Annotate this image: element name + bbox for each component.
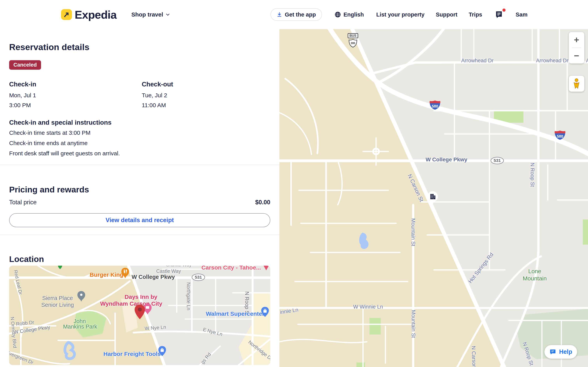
marker-burger-king[interactable] [121, 267, 130, 279]
poi-burger-king: Burger King [90, 271, 123, 278]
support-link[interactable]: Support [436, 11, 457, 18]
street-arrowhead-dr-3: Arrowhead Dr [586, 58, 588, 64]
poi-sierra-place-1: Sierra Place [42, 295, 73, 301]
total-price-row: Total price $0.00 [9, 199, 270, 206]
instruction-line: Check-in time starts at 3:00 PM [9, 129, 270, 137]
zoom-in-button[interactable]: + [569, 32, 584, 48]
map-shape [583, 219, 588, 245]
language-button[interactable]: English [333, 11, 365, 18]
marker-park-green [58, 266, 62, 270]
map-shape [278, 13, 281, 15]
shield-531-mini: 531 [192, 274, 205, 281]
instructions-title: Check-in and special instructions [9, 119, 270, 126]
header-nav: Get the app English List your property S… [270, 8, 527, 21]
map-shape [263, 310, 267, 313]
street-w-college-pkwy-top: W College Pkwy [132, 274, 175, 280]
street-n-roop-st-1: N Roop St [529, 163, 535, 187]
pegman-icon [573, 78, 580, 89]
map-shape [496, 11, 502, 18]
help-label: Help [559, 348, 572, 355]
map-shape [430, 194, 434, 199]
chat-icon [495, 10, 503, 19]
shop-travel-menu[interactable]: Shop travel [130, 11, 171, 18]
poi-john-mankins-park-2: Mankins Park [63, 324, 97, 330]
total-price-label: Total price [9, 199, 36, 206]
map-shape [575, 79, 578, 82]
help-button[interactable]: Help [545, 345, 577, 359]
poi-sierra-place-2: Senior Living [41, 302, 74, 308]
poi-carson-city-tahoe: Carson City - Tahoe... [201, 266, 261, 271]
map-shape [356, 363, 365, 367]
map[interactable]: Arrowhead DrArrowhead DrArrowhead DrW Co… [279, 29, 588, 367]
status-badge: Canceled [9, 60, 41, 70]
street-w-college-pkwy: W College Pkwy [426, 157, 467, 163]
map-shape [161, 349, 164, 352]
instruction-line: Check-in time ends at anytime [9, 139, 270, 147]
map-shape [146, 306, 149, 309]
reservation-panel: Reservation details Canceled Check-in Mo… [0, 29, 279, 367]
checkin-label: Check-in [9, 80, 142, 88]
globe-icon [334, 11, 341, 18]
map-shape: 580 [557, 134, 563, 138]
poi-days-inn-2: Wyndham Carson City [100, 300, 162, 307]
account-button[interactable]: Sam [516, 11, 527, 18]
map-shape: 580 [432, 104, 438, 108]
marker-destination-pin[interactable] [134, 304, 146, 320]
view-details-receipt-button[interactable]: View details and receipt [9, 213, 270, 227]
shield-bus-395: BUS395 [348, 33, 358, 48]
page-title: Reservation details [9, 42, 270, 52]
map-shape [431, 196, 432, 197]
help-chat-icon [549, 348, 556, 355]
location-title: Location [9, 254, 270, 264]
zoom-out-button[interactable]: − [569, 48, 584, 64]
map-shape [64, 16, 65, 17]
shield-i580-2: 580 [554, 130, 566, 141]
street-view-pegman[interactable] [569, 76, 584, 92]
instruction-line: Front desk staff will greet guests on ar… [9, 150, 270, 157]
trips-link[interactable]: Trips [469, 11, 482, 18]
checkin-time: 3:00 PM [9, 101, 142, 109]
shield-531: 531 [491, 157, 504, 164]
pricing-title: Pricing and rewards [9, 184, 270, 195]
map-shape [138, 307, 142, 311]
chevron-down-icon [165, 12, 170, 17]
map-shape [432, 196, 433, 197]
marker-carson-city-drop[interactable] [263, 266, 269, 271]
map-shape [78, 291, 85, 301]
street-mountain-st-2: Mountain St [410, 310, 416, 338]
messages-button[interactable] [493, 10, 504, 19]
map-shape [121, 268, 129, 278]
shop-travel-label: Shop travel [131, 11, 163, 18]
brand-name: Expedia [75, 8, 116, 21]
street-castle-way: Castle Way [156, 268, 181, 274]
street-arrowhead-dr-2: Arrowhead Dr [536, 58, 569, 64]
map-shape [264, 266, 269, 270]
map-shape: 395 [351, 42, 355, 45]
map-shape [370, 318, 381, 334]
map-zoom-control: + − [569, 32, 584, 64]
site-header: Expedia Shop travel Get the app English … [0, 0, 588, 29]
get-the-app-label: Get the app [285, 11, 316, 18]
street-northgate-ln: Northgate Ln [186, 282, 191, 310]
map-shape [434, 196, 435, 197]
poi-days-inn-1: Days Inn by [125, 294, 157, 300]
location-minimap[interactable]: Granite WayCastle WayCarson City - Tahoe… [9, 266, 270, 365]
checkout-date: Tue, Jul 2 [142, 92, 270, 99]
map-shape [430, 100, 440, 103]
area-lone-mountain-2: Mountain [523, 275, 547, 282]
marker-sierra-place[interactable] [77, 291, 86, 303]
shield-i580-1: 580 [429, 100, 441, 111]
language-label: English [343, 11, 364, 18]
map-shape [432, 202, 434, 205]
get-the-app-button[interactable]: Get the app [270, 8, 322, 21]
hotel-building-marker[interactable] [427, 191, 439, 206]
expedia-logo[interactable]: Expedia [61, 8, 116, 21]
list-your-property-link[interactable]: List your property [376, 11, 424, 18]
poi-harbor-freight-tools: Harbor Freight Tools [104, 351, 161, 357]
map-shape [431, 198, 432, 198]
expedia-logo-icon [61, 9, 72, 20]
marker-walmart-bag[interactable] [261, 307, 269, 318]
marker-harbor-bag[interactable] [158, 346, 166, 357]
download-icon [277, 12, 282, 17]
map-shape [431, 195, 432, 195]
